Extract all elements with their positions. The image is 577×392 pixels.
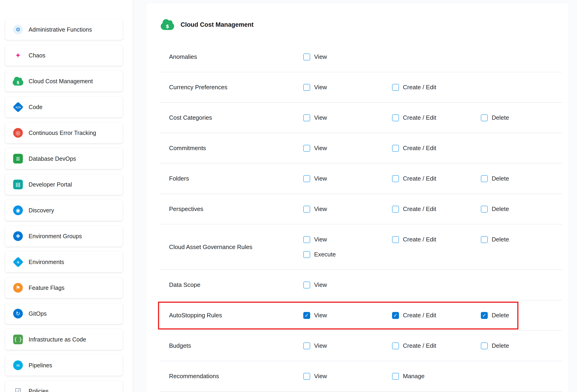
checkbox-autostopping-rules-delete[interactable] [481, 312, 488, 319]
sidebar-item-environments[interactable]: ≋ Environments [5, 251, 123, 272]
sidebar-icon-slot: ⚙ [12, 24, 24, 35]
sidebar-icon-slot: $ [12, 76, 24, 87]
checkbox-folders-create-edit[interactable] [392, 175, 399, 182]
permission-label: View [314, 144, 327, 152]
checkbox-cloud-asset-governance-rules-delete[interactable] [481, 236, 488, 243]
checkbox-cost-categories-create-edit[interactable] [392, 114, 399, 121]
permission-option: Delete [481, 114, 570, 121]
sidebar-item-feature-flags[interactable]: ⚑ Feature Flags [5, 277, 123, 298]
permission-option: View [303, 281, 392, 288]
sidebar-item-pipelines[interactable]: ∞ Pipelines [5, 355, 123, 376]
sidebar-item-code[interactable]: </> Code [5, 97, 123, 117]
checkbox-currency-preferences-create-edit[interactable] [392, 84, 399, 91]
permission-label: View [314, 373, 327, 380]
checkbox-cloud-asset-governance-rules-view[interactable] [303, 236, 310, 243]
sidebar-icon-slot: ✦ [12, 50, 24, 61]
permission-row-label: AutoStopping Rules [159, 312, 303, 319]
permission-option: Delete [481, 175, 570, 182]
checkbox-anomalies-view[interactable] [303, 53, 310, 60]
permission-row-currency-preferences: Currency Preferences View Create / Edit [159, 72, 562, 103]
module-sidebar: ⚙ Administrative Functions ✦ Chaos $ Clo… [0, 0, 133, 392]
permission-row-label: Data Scope [159, 281, 303, 288]
checkbox-perspectives-create-edit[interactable] [392, 206, 399, 213]
error-tracking-icon: ◎ [13, 128, 23, 138]
checkbox-recommendations-view[interactable] [303, 373, 310, 380]
icon-glyph: ≋ [17, 260, 19, 264]
checkbox-cloud-asset-governance-rules-execute[interactable] [303, 251, 310, 258]
checkbox-autostopping-rules-view[interactable] [303, 312, 310, 319]
permission-option: Create / Edit [392, 84, 481, 91]
permission-label: View [314, 281, 327, 288]
sidebar-item-label: Cloud Cost Management [29, 78, 93, 85]
cloud-dollar-icon: $ [161, 23, 174, 30]
permission-grid: View [303, 281, 570, 288]
permission-option: Create / Edit [392, 175, 481, 182]
environment-groups-icon: ❖ [13, 231, 23, 241]
sidebar-item-environment-groups[interactable]: ❖ Environment Groups [5, 226, 123, 247]
checkbox-recommendations-manage[interactable] [392, 373, 399, 380]
permission-label: Create / Edit [403, 236, 436, 243]
checkbox-currency-preferences-view[interactable] [303, 84, 310, 91]
sidebar-item-infrastructure-as-code[interactable]: { } Infrastructure as Code [5, 329, 123, 350]
permission-option: View [303, 342, 392, 349]
icon-glyph: ✦ [15, 52, 21, 59]
permission-option: Create / Edit [392, 342, 481, 349]
sidebar-item-label: Developer Portal [29, 181, 72, 188]
sidebar-item-developer-portal[interactable]: ▤ Developer Portal [5, 174, 123, 195]
sidebar-item-chaos[interactable]: ✦ Chaos [5, 45, 123, 66]
infrastructure-as-code-icon: { } [13, 335, 23, 344]
checkbox-folders-delete[interactable] [481, 175, 488, 182]
checkbox-cloud-asset-governance-rules-create-edit[interactable] [392, 236, 399, 243]
checkbox-folders-view[interactable] [303, 175, 310, 182]
permission-row-commitments: Commitments View Create / Edit [159, 133, 562, 164]
sidebar-item-label: Continuous Error Tracking [29, 130, 96, 136]
checkbox-autostopping-rules-create-edit[interactable] [392, 312, 399, 319]
permission-grid: View Create / Edit Delete Execute [303, 236, 570, 258]
sidebar-item-label: Feature Flags [29, 285, 65, 291]
sidebar-item-continuous-error-tracking[interactable]: ◎ Continuous Error Tracking [5, 122, 123, 143]
permission-option: View [303, 312, 392, 319]
permission-label: Create / Edit [403, 144, 436, 152]
sidebar-item-cloud-cost-management[interactable]: $ Cloud Cost Management [5, 71, 123, 92]
sidebar-item-policies[interactable]: ☑ Policies [5, 381, 123, 392]
icon-glyph: ◎ [16, 130, 20, 136]
checkbox-data-scope-view[interactable] [303, 282, 310, 288]
permission-label: Create / Edit [403, 312, 436, 319]
checkbox-cost-categories-delete[interactable] [481, 114, 488, 121]
sidebar-item-label: Code [29, 104, 42, 110]
checkbox-cost-categories-view[interactable] [303, 114, 310, 121]
sidebar-item-administrative-functions[interactable]: ⚙ Administrative Functions [5, 19, 123, 40]
checkbox-budgets-view[interactable] [303, 342, 310, 349]
permission-row-folders: Folders View Create / Edit Delete [159, 164, 562, 194]
checkbox-perspectives-view[interactable] [303, 206, 310, 213]
permission-option: View [303, 373, 392, 380]
permission-grid: View [303, 53, 570, 60]
permission-row-budgets: Budgets View Create / Edit Delete [159, 331, 562, 361]
sidebar-item-label: Environment Groups [29, 233, 82, 240]
permission-option: Create / Edit [392, 236, 481, 243]
discovery-icon: ◉ [13, 206, 23, 215]
permission-option: View [303, 236, 392, 243]
checkbox-perspectives-delete[interactable] [481, 206, 488, 213]
sidebar-item-discovery[interactable]: ◉ Discovery [5, 200, 123, 221]
sidebar-item-gitops[interactable]: ↻ GitOps [5, 303, 123, 324]
permission-option: Create / Edit [392, 144, 481, 152]
sidebar-item-label: Pipelines [29, 362, 52, 369]
database-devops-icon: ≣ [13, 154, 23, 164]
permission-label: Delete [492, 206, 509, 213]
code-icon: </> [13, 102, 24, 112]
page-title: Cloud Cost Management [180, 21, 254, 28]
checkbox-budgets-delete[interactable] [481, 342, 488, 349]
sidebar-item-database-devops[interactable]: ≣ Database DevOps [5, 148, 123, 169]
header-icon-slot: $ [160, 19, 175, 30]
checkbox-budgets-create-edit[interactable] [392, 342, 399, 349]
permission-option: View [303, 114, 392, 121]
permission-label: View [314, 84, 327, 91]
permission-label: View [314, 342, 327, 349]
permission-option: View [303, 84, 392, 91]
checkbox-commitments-create-edit[interactable] [392, 145, 399, 152]
sidebar-icon-slot: ◉ [12, 205, 24, 216]
checkbox-commitments-view[interactable] [303, 145, 310, 152]
permission-row-label: Folders [159, 175, 303, 182]
permission-row-cost-categories: Cost Categories View Create / Edit Delet… [159, 103, 562, 133]
